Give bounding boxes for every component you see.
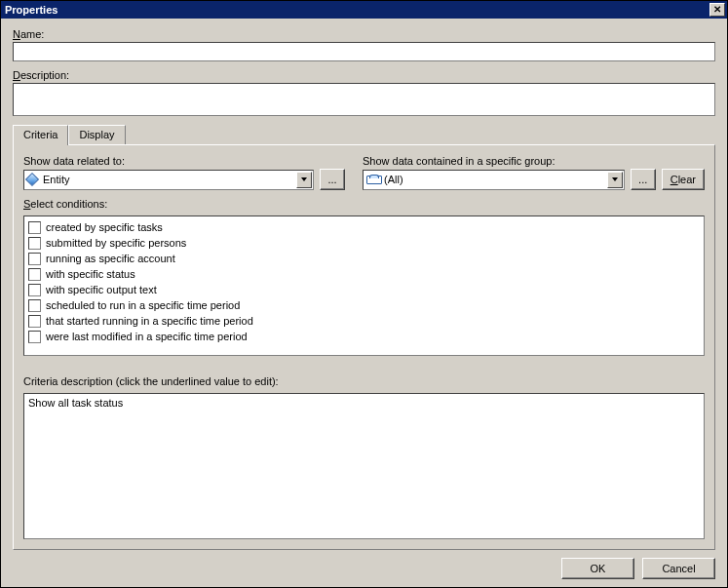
condition-label: running as specific account [46, 253, 175, 264]
name-label: Name: [13, 28, 715, 40]
condition-item[interactable]: running as specific account [28, 251, 700, 266]
condition-checkbox[interactable] [28, 253, 41, 265]
group-icon [366, 175, 380, 184]
tab-display[interactable]: Display [68, 125, 125, 144]
group-label: Show data contained in a specific group: [363, 155, 705, 167]
condition-label: submitted by specific persons [46, 237, 186, 249]
condition-label: with specific status [46, 268, 135, 280]
related-to-browse-button[interactable]: ... [320, 169, 345, 190]
group-dropdown-button[interactable] [607, 172, 623, 188]
group-browse-button[interactable]: ... [631, 169, 656, 190]
criteria-description-label: Criteria description (click the underlin… [23, 375, 705, 387]
criteria-description-box[interactable]: Show all task status [23, 393, 705, 539]
condition-item[interactable]: scheduled to run in a specific time peri… [28, 297, 700, 313]
chevron-down-icon [612, 177, 618, 181]
tab-strip: Criteria Display [13, 124, 715, 144]
ok-button[interactable]: OK [561, 558, 634, 579]
select-conditions-label: Select conditions: [23, 198, 705, 210]
condition-checkbox[interactable] [28, 221, 41, 234]
related-to-dropdown-button[interactable] [296, 172, 312, 188]
condition-item[interactable]: submitted by specific persons [28, 235, 700, 251]
condition-checkbox[interactable] [28, 299, 41, 312]
group-combo[interactable]: (All) [363, 170, 625, 190]
close-button[interactable]: ✕ [709, 3, 725, 17]
conditions-list: created by specific taskssubmitted by sp… [23, 216, 705, 356]
name-input[interactable] [13, 42, 715, 61]
condition-item[interactable]: were last modified in a specific time pe… [28, 329, 700, 344]
description-input[interactable] [13, 83, 715, 116]
chevron-down-icon [301, 177, 307, 181]
condition-item[interactable]: with specific output text [28, 282, 700, 297]
close-icon: ✕ [713, 5, 721, 15]
dialog-button-bar: OK Cancel [13, 550, 715, 579]
group-value: (All) [384, 174, 403, 185]
condition-checkbox[interactable] [28, 331, 41, 343]
condition-checkbox[interactable] [28, 237, 41, 250]
related-to-value: Entity [43, 174, 70, 185]
condition-checkbox[interactable] [28, 284, 41, 296]
condition-checkbox[interactable] [28, 268, 41, 281]
criteria-panel: Show data related to: Entity ... Show da… [13, 144, 715, 550]
condition-item[interactable]: with specific status [28, 266, 700, 282]
condition-item[interactable]: that started running in a specific time … [28, 313, 700, 329]
condition-label: were last modified in a specific time pe… [46, 331, 248, 342]
window-title: Properties [5, 4, 57, 16]
description-label: Description: [13, 69, 715, 81]
tab-criteria[interactable]: Criteria [13, 125, 68, 145]
condition-item[interactable]: created by specific tasks [28, 219, 700, 235]
related-to-combo[interactable]: Entity [23, 170, 314, 190]
condition-checkbox[interactable] [28, 315, 41, 328]
titlebar: Properties ✕ [1, 1, 727, 19]
client-area: Name: Description: Criteria Display Show… [1, 19, 727, 587]
entity-icon [25, 173, 39, 186]
properties-dialog: Properties ✕ Name: Description: Criteria… [0, 0, 728, 588]
related-to-label: Show data related to: [23, 155, 345, 167]
clear-button[interactable]: Clear [662, 169, 705, 190]
condition-label: created by specific tasks [46, 221, 163, 233]
condition-label: that started running in a specific time … [46, 315, 253, 327]
cancel-button[interactable]: Cancel [642, 558, 715, 579]
condition-label: with specific output text [46, 284, 157, 295]
criteria-description-text: Show all task status [28, 397, 123, 409]
condition-label: scheduled to run in a specific time peri… [46, 299, 240, 311]
